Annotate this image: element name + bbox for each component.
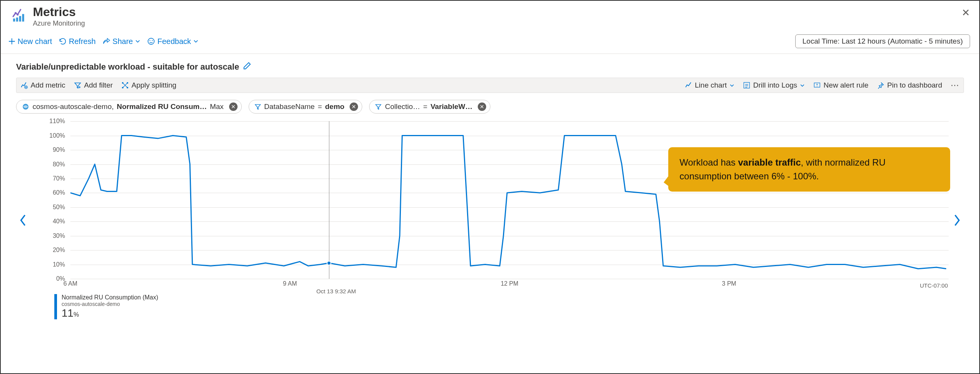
svg-point-7 xyxy=(150,40,150,41)
callout-text-pre: Workload has xyxy=(680,157,738,167)
annotation-callout: Workload has variable traffic, with norm… xyxy=(668,147,950,192)
new-chart-button[interactable]: New chart xyxy=(8,37,52,46)
drill-logs-button[interactable]: Drill into Logs xyxy=(743,81,805,89)
refresh-icon xyxy=(59,37,67,45)
edit-title-button[interactable] xyxy=(243,62,251,72)
legend-value-suffix: % xyxy=(73,311,79,318)
remove-filter-icon[interactable]: ✕ xyxy=(478,102,486,111)
chart-type-label: Line chart xyxy=(695,81,727,89)
metric-pill[interactable]: cosmos-autoscale-demo, Normalized RU Con… xyxy=(16,100,242,114)
chart-title: Variable/unpredictable workload - suitab… xyxy=(16,62,239,72)
filter-db-pill[interactable]: DatabaseName = demo ✕ xyxy=(249,100,363,114)
prev-chart-button[interactable] xyxy=(16,121,30,319)
chevron-down-icon xyxy=(800,83,805,88)
logs-icon xyxy=(743,81,750,89)
page-subtitle: Azure Monitoring xyxy=(33,20,85,28)
new-chart-label: New chart xyxy=(18,37,52,46)
new-alert-label: New alert rule xyxy=(824,81,868,89)
svg-rect-5 xyxy=(22,14,24,22)
plus-icon xyxy=(8,38,15,45)
callout-text-bold: variable traffic xyxy=(738,157,801,167)
svg-rect-4 xyxy=(19,16,21,21)
chart-type-button[interactable]: Line chart xyxy=(685,81,734,89)
chart-series xyxy=(70,121,949,279)
add-filter-label: Add filter xyxy=(84,81,113,89)
filter-icon xyxy=(74,81,81,89)
chart-plot-area[interactable]: 0%10%20%30%40%50%60%70%80%90%100%110% Oc… xyxy=(42,121,950,289)
chart-toolbar: Add metric Add filter Apply splitting Li… xyxy=(16,78,964,93)
split-icon xyxy=(121,81,129,89)
svg-point-1 xyxy=(16,13,18,15)
svg-rect-3 xyxy=(16,18,18,22)
y-axis: 0%10%20%30%40%50%60%70%80%90%100%110% xyxy=(42,121,69,279)
drill-logs-label: Drill into Logs xyxy=(753,81,797,89)
share-icon xyxy=(103,37,110,45)
add-metric-icon xyxy=(20,81,28,89)
svg-rect-2 xyxy=(13,19,15,22)
add-filter-button[interactable]: Add filter xyxy=(74,81,113,89)
more-options-button[interactable]: ⋯ xyxy=(951,80,960,90)
pin-label: Pin to dashboard xyxy=(887,81,942,89)
smiley-icon xyxy=(147,37,155,45)
filter-coll-pill[interactable]: Collectio… = VariableW… ✕ xyxy=(369,100,490,114)
svg-point-6 xyxy=(148,38,154,44)
metric-agg-text: Max xyxy=(210,102,224,111)
command-bar: New chart Refresh Share Feedback Local T… xyxy=(1,29,979,54)
feedback-label: Feedback xyxy=(157,37,191,46)
chevron-right-icon xyxy=(953,214,961,227)
refresh-label: Refresh xyxy=(69,37,96,46)
share-label: Share xyxy=(112,37,133,46)
new-alert-button[interactable]: New alert rule xyxy=(813,81,868,89)
filter-db-label: DatabaseName xyxy=(264,102,315,111)
legend-value: 11 xyxy=(62,307,73,319)
time-range-label: Local Time: Last 12 hours (Automatic - 5… xyxy=(803,37,963,45)
svg-point-8 xyxy=(152,40,153,41)
svg-point-0 xyxy=(15,12,16,14)
refresh-button[interactable]: Refresh xyxy=(59,37,96,46)
remove-metric-icon[interactable]: ✕ xyxy=(229,102,238,111)
time-range-selector[interactable]: Local Time: Last 12 hours (Automatic - 5… xyxy=(795,34,970,48)
metrics-app-icon xyxy=(10,5,28,24)
x-axis: 6 AM9 AM12 PM3 PM xyxy=(70,279,949,289)
scope-icon xyxy=(22,103,29,111)
legend-series-name: Normalized RU Consumption (Max) xyxy=(62,294,158,301)
timezone-label: UTC-07:00 xyxy=(920,282,948,289)
pin-button[interactable]: Pin to dashboard xyxy=(877,81,942,89)
chart-legend[interactable]: Normalized RU Consumption (Max) cosmos-a… xyxy=(54,294,950,319)
metric-scope-text: cosmos-autoscale-demo, xyxy=(33,102,114,111)
chevron-down-icon xyxy=(729,83,734,88)
legend-color-swatch xyxy=(54,294,57,319)
chevron-down-icon xyxy=(193,39,199,44)
page-title: Metrics xyxy=(33,5,85,19)
feedback-button[interactable]: Feedback xyxy=(147,37,199,46)
legend-resource-name: cosmos-autoscale-demo xyxy=(62,301,158,307)
next-chart-button[interactable] xyxy=(950,121,964,319)
filter-icon xyxy=(254,103,261,110)
hover-guideline xyxy=(329,121,329,279)
apply-splitting-label: Apply splitting xyxy=(132,81,176,89)
add-metric-button[interactable]: Add metric xyxy=(20,81,65,89)
metric-name-text: Normalized RU Consum… xyxy=(117,102,207,111)
pin-icon xyxy=(877,81,884,89)
line-chart-icon xyxy=(685,81,692,89)
chevron-down-icon xyxy=(135,39,140,44)
apply-splitting-button[interactable]: Apply splitting xyxy=(121,81,176,89)
hover-marker xyxy=(327,261,331,265)
add-metric-label: Add metric xyxy=(31,81,65,89)
close-icon[interactable]: ✕ xyxy=(962,7,970,19)
remove-filter-icon[interactable]: ✕ xyxy=(350,102,358,111)
filter-db-value: demo xyxy=(325,102,345,111)
filter-coll-label: Collectio… xyxy=(385,102,420,111)
filter-coll-value: VariableW… xyxy=(430,102,472,111)
filter-icon xyxy=(375,103,382,110)
chevron-left-icon xyxy=(19,214,27,227)
share-button[interactable]: Share xyxy=(103,37,140,46)
pencil-icon xyxy=(243,62,251,70)
alert-icon xyxy=(813,81,821,89)
